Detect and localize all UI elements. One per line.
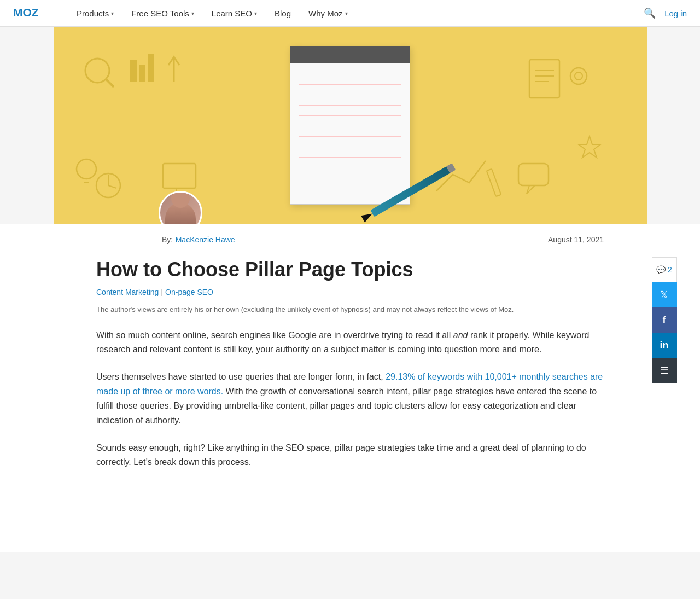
- svg-point-10: [570, 68, 587, 84]
- nav-items: Products ▾ Free SEO Tools ▾ Learn SEO ▾ …: [68, 0, 644, 27]
- buffer-icon: ☰: [660, 364, 669, 376]
- twitter-share-button[interactable]: 𝕏: [652, 282, 677, 307]
- author-avatar: [159, 191, 202, 224]
- buffer-share-button[interactable]: ☰: [652, 358, 677, 383]
- nav-item-free-seo-tools[interactable]: Free SEO Tools ▾: [122, 0, 203, 27]
- comment-button[interactable]: 💬 2: [652, 257, 677, 282]
- svg-rect-6: [529, 60, 559, 98]
- svg-rect-5: [148, 54, 154, 82]
- article-paragraph-2: Users themselves have started to use que…: [96, 370, 604, 428]
- nav-item-why-moz[interactable]: Why Moz ▾: [300, 0, 357, 27]
- article-date: August 11, 2021: [548, 235, 604, 244]
- chevron-down-icon: ▾: [345, 10, 348, 16]
- nav-item-learn-seo[interactable]: Learn SEO ▾: [203, 0, 266, 27]
- svg-point-12: [77, 159, 96, 179]
- article-tags: Content Marketing | On-page SEO: [96, 288, 604, 296]
- author-info: By: MacKenzie Hawe: [162, 235, 235, 245]
- twitter-icon: 𝕏: [660, 289, 668, 301]
- nav-right: 🔍 Log in: [644, 7, 687, 19]
- svg-point-11: [575, 72, 582, 80]
- notepad-illustration: [290, 46, 410, 205]
- tag-content-marketing[interactable]: Content Marketing: [96, 288, 159, 296]
- article-disclaimer: The author's views are entirely his or h…: [96, 304, 604, 315]
- linkedin-share-button[interactable]: in: [652, 333, 677, 358]
- tag-on-page-seo[interactable]: On-page SEO: [165, 288, 213, 296]
- facebook-share-button[interactable]: f: [652, 307, 677, 333]
- svg-line-2: [106, 79, 114, 87]
- svg-line-17: [108, 185, 116, 188]
- linkedin-icon: in: [660, 340, 669, 351]
- comment-icon: 💬: [656, 265, 666, 274]
- social-sidebar: 💬 2 𝕏 f in ☰: [652, 257, 677, 383]
- login-button[interactable]: Log in: [664, 9, 687, 18]
- navigation: MOZ Products ▾ Free SEO Tools ▾ Learn SE…: [0, 0, 700, 27]
- author-row: By: MacKenzie Hawe August 11, 2021: [96, 224, 604, 249]
- tag-separator: |: [161, 288, 163, 296]
- content-area: By: MacKenzie Hawe August 11, 2021 How t…: [88, 224, 612, 505]
- by-label: By:: [162, 235, 173, 244]
- svg-point-1: [85, 59, 109, 83]
- hero-image: [54, 27, 647, 224]
- chevron-down-icon: ▾: [111, 10, 114, 16]
- svg-rect-3: [130, 60, 137, 82]
- nav-item-blog[interactable]: Blog: [266, 0, 300, 27]
- svg-rect-22: [518, 164, 549, 185]
- article-title: How to Choose Pillar Page Topics: [96, 258, 604, 281]
- article: How to Choose Pillar Page Topics Content…: [96, 249, 604, 505]
- facebook-icon: f: [663, 315, 666, 326]
- article-paragraph-1: With so much content online, search engi…: [96, 328, 604, 357]
- author-name-link[interactable]: MacKenzie Hawe: [176, 235, 235, 244]
- svg-rect-4: [139, 65, 145, 82]
- svg-rect-18: [486, 169, 500, 196]
- article-body: With so much content online, search engi…: [96, 328, 604, 470]
- chevron-down-icon: ▾: [191, 10, 194, 16]
- search-icon[interactable]: 🔍: [644, 7, 656, 19]
- article-paragraph-3: Sounds easy enough, right? Like anything…: [96, 441, 604, 470]
- keyword-stats-link[interactable]: 29.13% of keywords with 10,001+ monthly …: [96, 372, 603, 396]
- comment-count: 2: [668, 265, 672, 274]
- page-wrapper: By: MacKenzie Hawe August 11, 2021 How t…: [0, 224, 700, 552]
- svg-rect-19: [163, 164, 196, 188]
- nav-item-products[interactable]: Products ▾: [68, 0, 122, 27]
- svg-text:MOZ: MOZ: [13, 6, 39, 19]
- logo[interactable]: MOZ: [13, 4, 46, 22]
- chevron-down-icon: ▾: [254, 10, 257, 16]
